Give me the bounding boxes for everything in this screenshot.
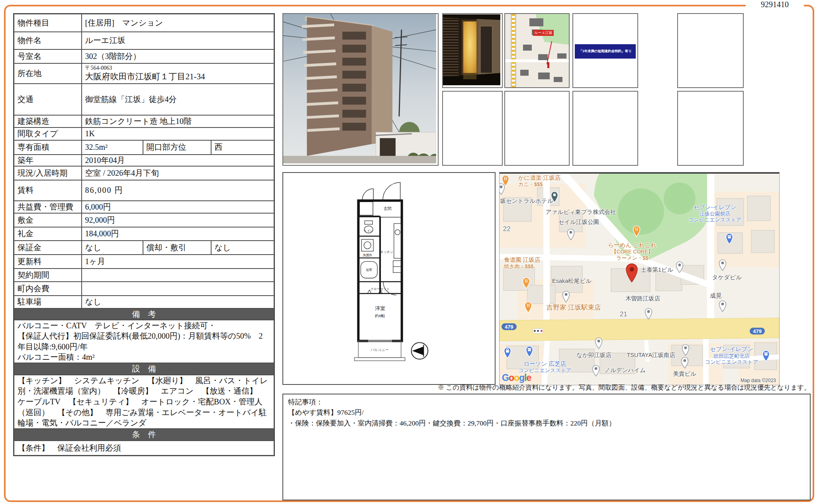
map-poi-label: ノルデンハイム — [604, 367, 646, 374]
white-map-pin — [566, 228, 576, 240]
special-notes-line: ・保険：保険要加入・室内清掃費：46,200円・鍵交換費：29,700円・口座振… — [288, 418, 805, 428]
map-poi-layer: かに道楽 江坂店カニ・$$$坂セントラルホテルアァルピィ東プラ株式会社セイル江坂… — [500, 174, 779, 385]
remarks-line: 【保証人代行】初回保証委託料(最低20,000円)：月額賃料等の50% 2年目以… — [18, 331, 270, 352]
banner-frame: 「1年未満の短期違約金特約」有り — [572, 13, 638, 88]
map-poi-label: セブン-イレブン江坂公園前店コンビニエンスストア — [688, 204, 741, 223]
postal-code: 〒564-0063 — [85, 65, 271, 72]
row-amortization-label: 償却・敷引 — [143, 241, 211, 255]
map-poi-label: 土泰第1ビル — [641, 267, 673, 273]
row-direction-value: 西 — [211, 140, 274, 155]
gray-map-pin — [591, 364, 601, 377]
route-479-badge: 479 — [750, 328, 765, 334]
row-access-value: 御堂筋線「江坂」徒歩4分 — [82, 84, 274, 115]
row-structure-value: 鉄筋コンクリート造 地上10階 — [82, 115, 274, 127]
entrance-photo-drawing — [443, 14, 500, 86]
row-keymoney-label: 礼金 — [14, 227, 82, 241]
location-map-thumbnail: ルーエ江坂 — [504, 13, 570, 88]
floorplan-label-washroom: 洗面所 — [363, 253, 372, 257]
orange-map-pin — [523, 301, 533, 313]
row-renewal-value: 1ヶ月 — [82, 255, 274, 269]
mini-map: ルーエ江坂 — [505, 14, 569, 87]
row-fees-value: 6,000円 — [82, 201, 274, 213]
remarks-text: バルコニー・CATV テレビ・インターネット接続可・ 【保証人代行】初回保証委託… — [14, 320, 274, 363]
short-term-penalty-banner: 「1年未満の短期違約金特約」有り — [575, 44, 636, 59]
building-photo-drawing — [283, 14, 436, 163]
row-parking-value: なし — [82, 296, 274, 308]
gray-map-pin — [594, 337, 603, 349]
mini-map-railway — [511, 14, 516, 87]
row-guarantee-value: なし — [82, 241, 143, 255]
photo-frame-empty — [677, 91, 744, 166]
mini-map-road — [505, 59, 569, 62]
row-address-value: 〒564-0063 大阪府吹田市江坂町１丁目21-34 — [82, 63, 274, 84]
row-contract-value — [82, 269, 274, 282]
row-townfee-label: 町内会費 — [14, 282, 82, 296]
disclaimer-text: ※ この資料は物件の概略紹介資料になります。写真、間取図面、設備、概要などが現況… — [438, 383, 811, 392]
row-renewal-label: 更新料 — [14, 255, 82, 269]
property-sheet: 9291410 物件種目[住居用] マンション 物件名ルーエ江坂 号室名302（… — [0, 0, 819, 504]
row-type-label: 物件種目 — [14, 14, 82, 32]
map-poi-label: 美貴ビル — [673, 371, 696, 377]
gray-map-pin — [718, 300, 727, 312]
special-notes-box: 特記事項： 【めやす賃料】97625円/ ・保険：保険要加入・室内清掃費：46,… — [282, 394, 811, 500]
floorplan-label-toilet: トイレ — [364, 229, 373, 233]
floorplan-label-kitchen: キッチン — [380, 250, 393, 254]
map-poi-label: 21 — [620, 310, 627, 318]
remarks-line: バルコニー面積：4m² — [18, 352, 270, 363]
row-type-value: [住居用] マンション — [82, 14, 274, 32]
photo-frame-empty — [504, 91, 570, 166]
blue-map-pin — [761, 349, 771, 362]
gray-map-pin — [675, 261, 684, 273]
mini-map-marker — [547, 62, 549, 68]
gray-map-pin — [681, 343, 690, 356]
map-poi-label: 坂セントラルホテル — [500, 198, 553, 204]
property-info-table: 物件種目[住居用] マンション 物件名ルーエ江坂 号室名302（3階部分） 所在… — [13, 13, 275, 456]
blue-map-pin — [725, 232, 734, 245]
entrance-photo — [442, 13, 503, 88]
row-direction-label: 開口部方位 — [143, 140, 211, 155]
map-poi-label: 吉野家 江坂駅東店 — [547, 304, 601, 311]
map-poi-label: ローソン 広芝店コンビニエンスストア — [518, 361, 571, 373]
teal-map-pin — [550, 190, 559, 203]
row-name-label: 物件名 — [14, 32, 82, 49]
address-text: 大阪府吹田市江坂町１丁目21-34 — [85, 72, 271, 82]
route-479-badge: 479 — [502, 324, 517, 330]
photo-frame-empty — [677, 13, 744, 88]
row-townfee-value — [82, 282, 274, 296]
conditions-header: 条 件 — [14, 429, 274, 441]
orange-map-pin — [521, 277, 531, 289]
row-room-label: 号室名 — [14, 49, 82, 63]
map-poi-label: セブン-イレブン吹田広芝町北店コンビニエンスストア — [705, 346, 758, 365]
row-name-value: ルーエ江坂 — [82, 32, 274, 49]
row-fees-label: 共益費・管理費 — [14, 201, 82, 213]
map-poi-label: かに道楽 江坂店カニ・$$$ — [518, 175, 560, 187]
blue-map-pin — [525, 345, 534, 357]
special-notes-title: 特記事項： — [288, 397, 805, 407]
conditions-text: 【条件】 保証会社利用必須 — [14, 441, 274, 456]
row-room-value: 302（3階部分） — [82, 49, 274, 63]
map-poi-label: アァルピィ東プラ株式会社 — [546, 209, 616, 216]
map-poi-label: なか卯江坂店 — [576, 352, 611, 359]
red-map-pin — [624, 263, 639, 282]
gray-map-pin — [680, 356, 690, 369]
map-poi-label: 22 — [503, 225, 510, 233]
rent-amount: 86,000 円 — [82, 180, 274, 201]
row-structure-label: 建築構造 — [14, 115, 82, 127]
area-map: かに道楽 江坂店カニ・$$$坂セントラルホテルアァルピィ東プラ株式会社セイル江坂… — [499, 172, 780, 385]
row-layout-value: 1K — [82, 127, 274, 140]
floorplan-drawing: 玄関 トイレ 洗面所 浴室 キッチン クローゼット 洋室 約8帖 バルコニー — [283, 173, 493, 382]
photo-frame-empty — [572, 91, 638, 166]
floorplan-label-bath: 浴室 — [366, 268, 372, 272]
row-contract-label: 契約期間 — [14, 269, 82, 282]
map-poi-label: TSUTAYA江坂南店 — [627, 352, 675, 359]
row-address-label: 所在地 — [14, 63, 82, 84]
row-built-value: 2010年04月 — [82, 155, 274, 166]
building-exterior-photo — [282, 13, 439, 166]
row-area-value: 32.5m² — [82, 140, 143, 155]
row-keymoney-value: 184,000円 — [82, 227, 274, 241]
equipment-text: 【キッチン】 システムキッチン 【水廻り】 風呂・バス・トイレ別・洗濯機置場（室… — [14, 375, 274, 429]
gray-map-pin — [561, 290, 571, 302]
google-logo: Google — [502, 373, 531, 383]
photo-frame-empty — [442, 91, 503, 166]
map-poi-label: らーめん これこれ【CORE CORE】ラーメン・$$ — [608, 242, 656, 261]
